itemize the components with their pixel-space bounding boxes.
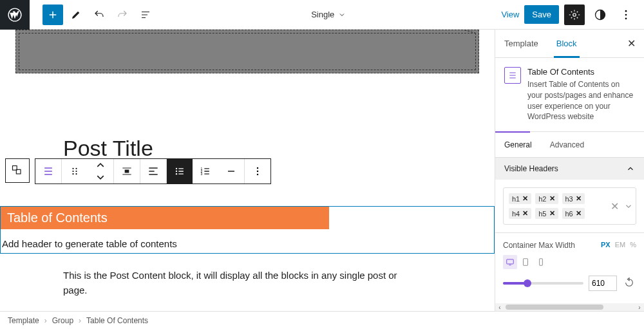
block-type-button[interactable] [35, 159, 61, 183]
remove-tag-icon[interactable]: ✕ [549, 194, 555, 203]
scroll-right-icon[interactable]: › [635, 303, 644, 311]
svg-point-16 [176, 171, 177, 172]
close-sidebar-button[interactable]: ✕ [618, 30, 644, 57]
device-mobile-button[interactable] [534, 255, 548, 269]
tab-block[interactable]: Block [547, 30, 586, 57]
toc-block[interactable]: Table of Contents Add header to generate… [0, 206, 495, 254]
list-view-button[interactable] [135, 5, 156, 25]
chevron-down-icon [338, 11, 346, 19]
svg-point-9 [75, 168, 77, 169]
post-content: This is the Post Content block, it will … [63, 268, 417, 311]
view-link[interactable]: View [501, 10, 519, 19]
content-paragraph[interactable]: This is the Post Content block, it will … [63, 268, 417, 298]
template-label: Single [311, 10, 334, 19]
scroll-left-icon[interactable]: ‹ [495, 303, 504, 311]
text-align-button[interactable] [140, 159, 166, 183]
header-tag: h5✕ [535, 208, 558, 219]
svg-point-17 [176, 173, 177, 174]
svg-point-8 [72, 168, 73, 169]
svg-rect-14 [125, 170, 129, 173]
unit-switcher[interactable]: PX EM % [598, 241, 636, 249]
settings-button[interactable] [564, 5, 585, 25]
device-desktop-button[interactable] [503, 255, 517, 269]
featured-image-placeholder[interactable] [15, 30, 479, 73]
svg-text:3: 3 [201, 172, 203, 176]
chevron-right-icon: › [79, 316, 81, 325]
svg-point-23 [257, 174, 259, 176]
device-tablet-button[interactable] [518, 255, 533, 269]
unit-em[interactable]: EM [615, 241, 626, 249]
select-parent-button[interactable] [5, 158, 30, 183]
svg-point-15 [176, 168, 177, 169]
move-buttons[interactable] [88, 159, 113, 183]
subtab-general[interactable]: General [495, 132, 541, 157]
reset-width-button[interactable] [622, 276, 636, 290]
block-name: Table Of Contents [527, 67, 635, 77]
svg-point-21 [257, 167, 259, 169]
save-button[interactable]: Save [524, 5, 559, 24]
subtab-advanced[interactable]: Advanced [541, 132, 593, 157]
toc-block-icon [504, 67, 521, 84]
chevron-down-icon[interactable] [624, 202, 633, 211]
editor-canvas: Post Title 123 [0, 30, 495, 311]
remove-tag-icon[interactable]: ✕ [576, 194, 582, 203]
block-description: Insert Table of Contents on your posts/p… [527, 79, 635, 122]
svg-point-13 [75, 173, 77, 174]
breadcrumb-item[interactable]: Group [52, 316, 73, 325]
breadcrumb-item[interactable]: Template [8, 316, 39, 325]
align-button[interactable] [114, 159, 140, 183]
chevron-up-icon [626, 164, 635, 173]
sidebar-horizontal-scrollbar[interactable]: ‹ › [495, 303, 644, 311]
visible-headers-label: Visible Headers [504, 164, 558, 173]
svg-rect-25 [524, 259, 528, 266]
unit-px[interactable]: PX [601, 241, 611, 249]
block-more-button[interactable] [245, 159, 270, 183]
width-slider[interactable] [503, 282, 583, 285]
more-menu-button[interactable] [616, 5, 636, 25]
svg-point-1 [573, 13, 576, 16]
svg-rect-24 [507, 259, 514, 264]
clear-tags-icon[interactable]: ✕ [611, 200, 619, 212]
container-width-panel: Container Max Width PX EM % [495, 233, 644, 299]
chevron-right-icon: › [44, 316, 47, 325]
breadcrumb-item[interactable]: Table Of Contents [86, 316, 148, 325]
top-right: View Save [501, 5, 644, 25]
svg-point-10 [72, 171, 73, 172]
unit-pct[interactable]: % [630, 241, 636, 249]
remove-tag-icon[interactable]: ✕ [549, 209, 555, 218]
visible-headers-panel-toggle[interactable]: Visible Headers [495, 158, 644, 180]
redo-button[interactable] [112, 5, 133, 25]
list-none-button[interactable] [218, 159, 244, 183]
header-tag: h3✕ [562, 193, 585, 204]
svg-point-12 [72, 173, 73, 174]
styles-button[interactable] [590, 5, 611, 25]
svg-point-11 [75, 171, 77, 172]
toc-placeholder: Add header to generate table of contents [1, 229, 494, 253]
svg-point-3 [625, 10, 627, 12]
top-tools [30, 5, 156, 25]
remove-tag-icon[interactable]: ✕ [522, 209, 528, 218]
tab-template[interactable]: Template [495, 30, 547, 57]
header-tag: h4✕ [509, 208, 531, 219]
wordpress-logo[interactable] [0, 0, 30, 30]
block-subtabs: General Advanced [495, 132, 644, 158]
list-bullet-button[interactable] [167, 159, 193, 183]
drag-handle[interactable] [62, 159, 88, 183]
width-input[interactable] [589, 276, 617, 291]
remove-tag-icon[interactable]: ✕ [522, 194, 528, 203]
header-tag: h2✕ [535, 193, 558, 204]
post-title[interactable]: Post Title [63, 136, 153, 161]
svg-point-22 [257, 171, 259, 173]
edit-tool-button[interactable] [66, 5, 86, 25]
toc-title[interactable]: Table of Contents [1, 207, 329, 229]
svg-point-5 [625, 17, 627, 19]
visible-headers-panel: h1✕ h2✕ h3✕ h4✕ h5✕ h6✕ ✕ [495, 180, 644, 233]
template-selector[interactable]: Single [156, 10, 501, 19]
add-block-button[interactable] [43, 5, 63, 25]
undo-button[interactable] [89, 5, 109, 25]
sidebar-tabs: Template Block ✕ [495, 30, 644, 58]
list-number-button[interactable]: 123 [193, 159, 218, 183]
svg-rect-26 [540, 259, 543, 266]
headers-tagbox[interactable]: h1✕ h2✕ h3✕ h4✕ h5✕ h6✕ ✕ [503, 187, 636, 225]
remove-tag-icon[interactable]: ✕ [576, 209, 582, 218]
